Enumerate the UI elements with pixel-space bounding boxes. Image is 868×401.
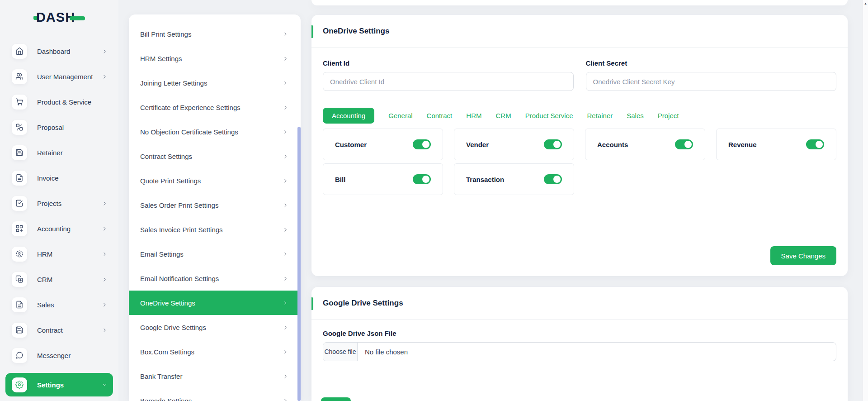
settings-menu-item-label: Sales Invoice Print Settings [140, 226, 223, 234]
sidebar-item-sales[interactable]: Sales [5, 297, 113, 312]
chevron-right-icon [283, 227, 288, 233]
settings-menu-item-label: Joining Letter Settings [140, 79, 207, 87]
settings-menu-item-box-com-settings[interactable]: Box.Com Settings [129, 339, 301, 364]
settings-menu-item-hrm-settings[interactable]: HRM Settings [129, 46, 301, 71]
settings-menu-item-label: HRM Settings [140, 55, 182, 62]
client-id-input[interactable] [323, 72, 574, 91]
settings-menu-item-sales-order-print-settings[interactable]: Sales Order Print Settings [129, 193, 301, 217]
chevron-right-icon [102, 226, 108, 232]
chevron-right-icon [283, 349, 288, 355]
chevron-right-icon [283, 202, 288, 208]
toggle-vender[interactable] [544, 139, 562, 149]
sidebar-item-messenger[interactable]: Messenger [5, 348, 113, 363]
sidebar-item-invoice[interactable]: Invoice [5, 170, 113, 186]
floppy-icon [12, 145, 27, 160]
client-secret-input[interactable] [586, 72, 837, 91]
sidebar-item-settings[interactable]: Settings [5, 373, 113, 396]
cart-icon [12, 95, 27, 110]
cutoff-tab-pill[interactable] [321, 397, 351, 401]
chevron-right-icon [283, 153, 288, 159]
settings-menu-item-certificate-of-experience-settings[interactable]: Certificate of Experience Settings [129, 95, 301, 119]
page-scrollbar[interactable]: ▲ [863, 0, 868, 401]
settings-menu-item-google-drive-settings[interactable]: Google Drive Settings [129, 315, 301, 339]
settings-menu-item-label: Sales Order Print Settings [140, 201, 218, 209]
settings-menu-item-quote-print-settings[interactable]: Quote Print Settings [129, 168, 301, 193]
sidebar-item-hrm[interactable]: HRM [5, 246, 113, 262]
tab-project[interactable]: Project [658, 112, 679, 119]
toggle-label: Accounts [597, 141, 628, 148]
previous-card-bottom-strip [311, 0, 848, 5]
toggle-label: Transaction [466, 176, 504, 183]
settings-menu-item-no-objection-certificate-settings[interactable]: No Objection Certificate Settings [129, 119, 301, 144]
sidebar-item-dashboard[interactable]: Dashboard [5, 43, 113, 59]
toggle-accounts[interactable] [675, 139, 693, 149]
scrollbar-up-arrow-icon[interactable]: ▲ [863, 2, 868, 5]
check-square-icon [12, 196, 27, 211]
settings-menu-item-onedrive-settings[interactable]: OneDrive Settings [129, 291, 301, 315]
sidebar-item-projects[interactable]: Projects [5, 196, 113, 211]
chevron-right-icon [283, 373, 288, 379]
sidebar-item-label: Sales [37, 301, 54, 309]
settings-menu-item-label: Barcode Settings [140, 397, 192, 401]
toggle-knob [422, 141, 429, 148]
client-secret-field: Client Secret [586, 59, 837, 91]
chevron-right-icon [283, 251, 288, 257]
person-dashed-icon [12, 247, 27, 262]
sidebar-item-label: Invoice [37, 174, 59, 182]
toggle-bill[interactable] [413, 174, 431, 184]
toggle-revenue[interactable] [806, 139, 824, 149]
tab-crm[interactable]: CRM [495, 112, 511, 119]
settings-menu-item-bank-transfer[interactable]: Bank Transfer [129, 364, 301, 388]
settings-menu-item-barcode-settings[interactable]: Barcode Settings [129, 388, 301, 401]
tab-accounting[interactable]: Accounting [323, 108, 374, 124]
settings-menu-item-contract-settings[interactable]: Contract Settings [129, 144, 301, 168]
sidebar-item-label: CRM [37, 276, 52, 283]
settings-menu-item-sales-invoice-print-settings[interactable]: Sales Invoice Print Settings [129, 217, 301, 242]
settings-menu-item-label: Quote Print Settings [140, 177, 201, 185]
onedrive-card-title: OneDrive Settings [323, 27, 389, 36]
toggle-box-bill: Bill [323, 163, 443, 195]
settings-panel-scrollbar-thumb[interactable] [297, 127, 301, 401]
tab-contract[interactable]: Contract [427, 112, 453, 119]
sidebar-item-user-management[interactable]: User Management [5, 69, 113, 84]
copy-plus-icon [12, 272, 27, 287]
toggle-box-customer: Customer [323, 129, 443, 160]
google-drive-json-file-input[interactable]: Choose file No file chosen [323, 342, 836, 361]
chevron-right-icon [102, 200, 108, 206]
tab-product-service[interactable]: Product Service [525, 112, 573, 119]
settings-menu-item-email-settings[interactable]: Email Settings [129, 242, 301, 266]
tab-hrm[interactable]: HRM [466, 112, 481, 119]
toggle-transaction[interactable] [544, 174, 562, 184]
sidebar-item-retainer[interactable]: Retainer [5, 145, 113, 160]
sidebar-item-contract[interactable]: Contract [5, 322, 113, 338]
choose-file-button[interactable]: Choose file [323, 343, 358, 361]
toggle-grid: CustomerVenderAccountsRevenueBillTransac… [323, 129, 836, 195]
settings-menu-panel: Bill Print SettingsHRM SettingsJoining L… [129, 14, 301, 401]
settings-menu-item-joining-letter-settings[interactable]: Joining Letter Settings [129, 71, 301, 95]
settings-menu-item-bill-print-settings[interactable]: Bill Print Settings [129, 22, 301, 46]
tab-general[interactable]: General [388, 112, 412, 119]
onedrive-card-header: OneDrive Settings [311, 15, 848, 48]
settings-menu-item-email-notification-settings[interactable]: Email Notification Settings [129, 266, 301, 291]
sidebar-item-product-service[interactable]: Product & Service [5, 94, 113, 110]
logo-dash-icon [70, 16, 85, 20]
toggle-customer[interactable] [413, 139, 431, 149]
sidebar-item-accounting[interactable]: Accounting [5, 221, 113, 236]
client-secret-label: Client Secret [586, 59, 837, 67]
sidebar-item-crm[interactable]: CRM [5, 272, 113, 287]
sidebar-item-label: Dashboard [37, 48, 70, 55]
sidebar-item-label: Settings [37, 381, 64, 389]
sidebar-item-proposal[interactable]: Proposal [5, 119, 113, 135]
tab-sales[interactable]: Sales [627, 112, 644, 119]
settings-menu-item-label: Google Drive Settings [140, 324, 206, 331]
toggle-knob [684, 141, 692, 148]
chevron-right-icon [102, 48, 108, 54]
toggle-box-transaction: Transaction [454, 163, 574, 195]
onedrive-card-body: Client Id Client Secret AccountingGenera… [311, 59, 848, 195]
toggle-knob [553, 141, 561, 148]
chevron-right-icon [283, 31, 288, 37]
chevron-down-icon [102, 382, 108, 388]
chevron-right-icon [102, 302, 108, 308]
tab-retainer[interactable]: Retainer [587, 112, 613, 119]
save-changes-button[interactable]: Save Changes [770, 246, 836, 265]
